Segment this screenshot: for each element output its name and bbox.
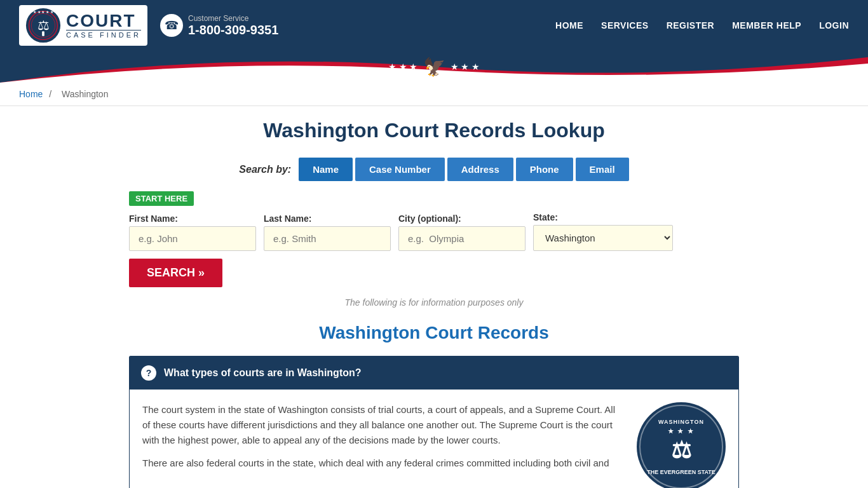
tab-case-number[interactable]: Case Number [355, 158, 445, 181]
nav-register[interactable]: REGISTER [667, 20, 715, 30]
faq-item-0: ? What types of courts are in Washington… [129, 356, 739, 488]
cs-label: Customer Service [188, 14, 278, 23]
tab-phone[interactable]: Phone [516, 158, 573, 181]
site-header: ★ ★ ★ ★ ★ ⚖ COURT CASE FINDER ☎ Customer… [0, 0, 868, 51]
phone-icon: ☎ [160, 14, 183, 37]
city-label: City (optional): [398, 214, 526, 224]
section-title: Washington Court Records [129, 323, 739, 343]
search-form: First Name: Last Name: City (optional): … [129, 212, 739, 287]
tab-address[interactable]: Address [447, 158, 513, 181]
nav-home[interactable]: HOME [555, 20, 583, 30]
nav-services[interactable]: SERVICES [601, 20, 649, 30]
main-content: Washington Court Records Lookup Search b… [116, 106, 752, 488]
state-seal: WASHINGTON ★ ★ ★ ⚖ THE EVERGREEN STATE [637, 402, 726, 488]
tab-name[interactable]: Name [299, 158, 353, 181]
faq-answer-p1: The court system in the state of Washing… [142, 402, 624, 448]
eagle-emblem: ★ ★ ★ 🦅 ★ ★ ★ [388, 57, 480, 78]
faq-text-0: The court system in the state of Washing… [142, 402, 624, 488]
search-by-label: Search by: [239, 164, 291, 175]
search-by-row: Search by: Name Case Number Address Phon… [129, 158, 739, 181]
faq-header-0[interactable]: ? What types of courts are in Washington… [130, 356, 738, 390]
eagle-icon: 🦅 [423, 57, 445, 78]
start-here-badge: START HERE [129, 191, 194, 206]
logo-container: ★ ★ ★ ★ ★ ⚖ COURT CASE FINDER [19, 5, 147, 46]
svg-text:★ ★ ★ ★ ★: ★ ★ ★ ★ ★ [33, 10, 53, 14]
faq-answer-p2: There are also federal courts in the sta… [142, 456, 624, 471]
city-group: City (optional): [398, 214, 526, 251]
search-form-container: START HERE First Name: Last Name: City (… [129, 191, 739, 287]
svg-text:⚖: ⚖ [37, 18, 50, 32]
state-select[interactable]: Washington Alabama Alaska Arizona Califo… [533, 225, 673, 251]
first-name-input[interactable] [129, 226, 256, 251]
last-name-input[interactable] [264, 226, 391, 251]
first-name-group: First Name: [129, 214, 256, 251]
logo-court-text: COURT [66, 12, 141, 30]
last-name-group: Last Name: [264, 214, 391, 251]
header-left: ★ ★ ★ ★ ★ ⚖ COURT CASE FINDER ☎ Customer… [19, 5, 278, 46]
cs-text: Customer Service 1-800-309-9351 [188, 14, 278, 37]
nav-member-help[interactable]: MEMBER HELP [732, 20, 801, 30]
first-name-label: First Name: [129, 214, 256, 224]
logo-case-finder-text: CASE FINDER [66, 30, 141, 39]
star-line-left: ★ ★ ★ [388, 62, 418, 72]
page-title: Washington Court Records Lookup [129, 119, 739, 142]
faq-question-0: What types of courts are in Washington? [164, 367, 362, 379]
breadcrumb-separator: / [49, 89, 51, 99]
logo-icon: ★ ★ ★ ★ ★ ⚖ [25, 8, 61, 43]
breadcrumb-current: Washington [62, 89, 108, 99]
customer-service: ☎ Customer Service 1-800-309-9351 [160, 14, 278, 37]
info-note: The following is for information purpose… [129, 297, 739, 308]
search-button[interactable]: SEARCH » [129, 259, 222, 287]
tab-email[interactable]: Email [576, 158, 629, 181]
state-group: State: Washington Alabama Alaska Arizona… [533, 212, 673, 251]
main-nav: HOME SERVICES REGISTER MEMBER HELP LOGIN [555, 20, 849, 30]
svg-rect-5 [42, 31, 44, 36]
faq-question-icon: ? [141, 365, 156, 381]
last-name-label: Last Name: [264, 214, 391, 224]
cs-phone: 1-800-309-9351 [188, 23, 278, 37]
state-label: State: [533, 212, 673, 222]
nav-login[interactable]: LOGIN [819, 20, 849, 30]
city-input[interactable] [398, 226, 526, 251]
faq-body-0: The court system in the state of Washing… [130, 390, 738, 488]
logo-text: COURT CASE FINDER [66, 12, 141, 39]
breadcrumb-home[interactable]: Home [19, 89, 43, 99]
wave-bar: ★ ★ ★ 🦅 ★ ★ ★ [0, 51, 868, 83]
breadcrumb: Home / Washington [0, 83, 868, 106]
star-line-right: ★ ★ ★ [451, 62, 480, 72]
